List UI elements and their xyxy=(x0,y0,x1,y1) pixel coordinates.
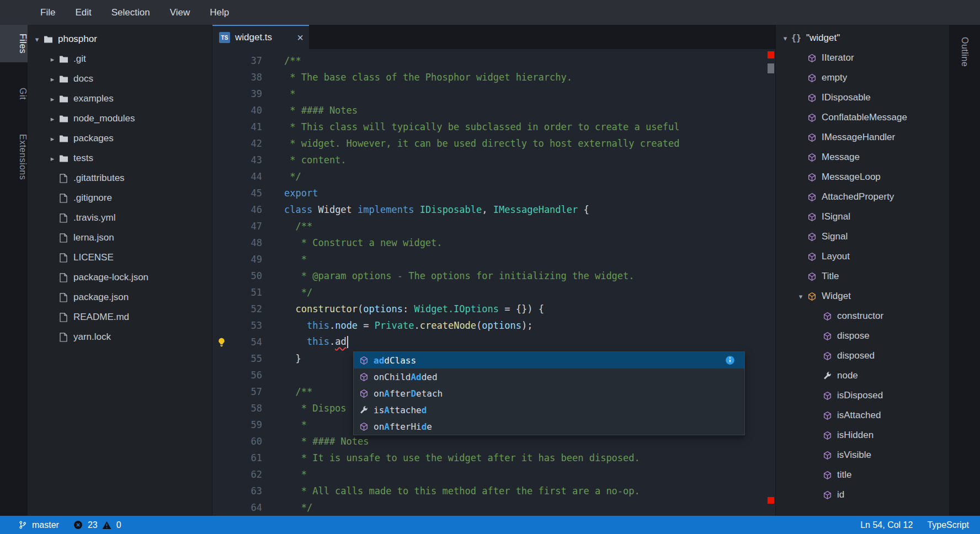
quick-fix-lightbulb-icon[interactable] xyxy=(215,338,227,347)
folder-icon xyxy=(57,75,70,83)
outline-item-constructor[interactable]: constructor xyxy=(776,306,949,326)
code-text: * xyxy=(284,254,307,265)
outline-item-imessagehandler[interactable]: IMessageHandler xyxy=(776,127,949,147)
explorer-item-package-lock-json[interactable]: package-lock.json xyxy=(28,268,212,287)
git-branch-indicator[interactable]: master xyxy=(18,520,59,530)
outline-item-label: empty xyxy=(822,72,847,83)
code-text: class Widget implements IDisposable, IMe… xyxy=(284,204,589,215)
menu-item-selection[interactable]: Selection xyxy=(102,3,159,22)
explorer-item-packages[interactable]: ▸packages xyxy=(28,129,212,148)
explorer-item-lerna-json[interactable]: lerna.json xyxy=(28,228,212,248)
explorer-item-git[interactable]: ▸.git xyxy=(28,49,212,69)
line-number: 45 xyxy=(230,188,262,199)
outline-item-label: MessageLoop xyxy=(822,172,881,183)
chevron-down-icon[interactable]: ▾ xyxy=(780,34,790,42)
line-number: 49 xyxy=(230,254,262,265)
outline-item-title[interactable]: Title xyxy=(776,266,949,286)
outline-item-isignal[interactable]: ISignal xyxy=(776,207,949,227)
code-text: * Construct a new widget. xyxy=(284,237,443,248)
close-tab-icon[interactable]: × xyxy=(297,32,303,43)
outline-item-ishidden[interactable]: isHidden xyxy=(776,425,949,445)
outline-item-messageloop[interactable]: MessageLoop xyxy=(776,167,949,187)
outline-item-message[interactable]: Message xyxy=(776,147,949,167)
outline-item-id[interactable]: id xyxy=(776,485,949,505)
code-line-41: 41 * This class will typically be subcla… xyxy=(212,119,775,135)
chevron-right-icon[interactable]: ▸ xyxy=(47,55,57,63)
symbol-icon xyxy=(806,252,818,261)
chevron-right-icon[interactable]: ▸ xyxy=(47,75,57,83)
cursor-position[interactable]: Ln 54, Col 12 xyxy=(860,520,913,530)
outline-item-widget[interactable]: ▾{}"widget" xyxy=(776,28,949,48)
chevron-right-icon[interactable]: ▸ xyxy=(47,154,57,163)
outline-item-isdisposed[interactable]: isDisposed xyxy=(776,386,949,405)
explorer-item-yarn-lock[interactable]: yarn.lock xyxy=(28,327,212,347)
property-icon xyxy=(821,371,833,380)
suggestion-onchildadded[interactable]: onChildAdded xyxy=(354,369,744,385)
explorer-item-docs[interactable]: ▸docs xyxy=(28,69,212,89)
status-bar-left: master 23 0 xyxy=(18,520,121,530)
outline-item-layout[interactable]: Layout xyxy=(776,247,949,266)
outline-item-dispose[interactable]: dispose xyxy=(776,326,949,346)
explorer-item-examples[interactable]: ▸examples xyxy=(28,89,212,109)
explorer-item-gitignore[interactable]: .gitignore xyxy=(28,188,212,208)
explorer-item-readme-md[interactable]: README.md xyxy=(28,307,212,327)
chevron-right-icon[interactable]: ▸ xyxy=(47,95,57,103)
chevron-right-icon[interactable]: ▸ xyxy=(47,115,57,123)
chevron-right-icon[interactable]: ▸ xyxy=(47,135,57,143)
outline-item-empty[interactable]: empty xyxy=(776,68,949,88)
explorer-item-label: lerna.json xyxy=(73,232,114,243)
menu-item-help[interactable]: Help xyxy=(200,3,238,22)
menu-item-view[interactable]: View xyxy=(161,3,200,22)
code-text: * content. xyxy=(284,154,347,165)
menu-item-file[interactable]: File xyxy=(31,3,65,22)
outline-item-conflatablemessage[interactable]: ConflatableMessage xyxy=(776,108,949,127)
explorer-item-tests[interactable]: ▸tests xyxy=(28,148,212,168)
suggestion-info-icon[interactable] xyxy=(725,355,736,365)
outline-item-label: isAttached xyxy=(837,410,881,421)
explorer-item-travis-yml[interactable]: .travis.yml xyxy=(28,208,212,228)
outline-item-signal[interactable]: Signal xyxy=(776,227,949,247)
outline-item-isattached[interactable]: isAttached xyxy=(776,405,949,425)
explorer-item-gitattributes[interactable]: .gitattributes xyxy=(28,168,212,188)
code-text: * widget. However, it can be used direct… xyxy=(284,138,679,149)
activity-tab-files[interactable]: Files xyxy=(0,25,28,62)
outline-strip-tab[interactable]: Outline xyxy=(960,33,970,71)
chevron-down-icon[interactable]: ▾ xyxy=(32,35,42,44)
suggestion-label: onChildAdded xyxy=(374,372,438,382)
outline-item-label: isHidden xyxy=(837,430,874,441)
outline-item-widget[interactable]: ▾Widget xyxy=(776,286,949,306)
suggestion-addclass[interactable]: addClass xyxy=(354,352,744,369)
chevron-down-icon[interactable]: ▾ xyxy=(796,292,806,301)
explorer-item-label: yarn.lock xyxy=(73,332,111,343)
menu-item-edit[interactable]: Edit xyxy=(66,3,100,22)
outline-item-node[interactable]: node xyxy=(776,366,949,386)
symbol-icon xyxy=(806,153,818,162)
outline-item-label: Title xyxy=(822,271,839,282)
code-text: } xyxy=(284,353,301,364)
suggestion-onafterhide[interactable]: onAfterHide xyxy=(354,418,744,435)
explorer-item-phosphor[interactable]: ▾phosphor xyxy=(28,29,212,49)
language-mode[interactable]: TypeScript xyxy=(927,520,969,530)
explorer-item-license[interactable]: LICENSE xyxy=(28,248,212,268)
suggestion-onafterdetach[interactable]: onAfterDetach xyxy=(354,385,744,402)
suggestion-isattached[interactable]: isAttached xyxy=(354,402,744,418)
explorer-item-node-modules[interactable]: ▸node_modules xyxy=(28,109,212,129)
code-line-63: 63 * All calls made to this method after… xyxy=(212,483,775,499)
outline-item-disposed[interactable]: disposed xyxy=(776,346,949,366)
outline-item-label: ConflatableMessage xyxy=(822,112,907,123)
outline-item-label: "widget" xyxy=(806,33,840,44)
code-text: constructor(options: Widget.IOptions = {… xyxy=(284,303,544,314)
code-area[interactable]: 37/**38 * The base class of the Phosphor… xyxy=(212,49,775,516)
outline-item-isvisible[interactable]: isVisible xyxy=(776,445,949,465)
outline-item-idisposable[interactable]: IDisposable xyxy=(776,88,949,108)
outline-item-iiterator[interactable]: IIterator xyxy=(776,48,949,68)
problems-indicator[interactable]: 23 0 xyxy=(73,520,121,530)
activity-tab-git[interactable]: Git xyxy=(0,79,28,109)
outline-item-attachedproperty[interactable]: AttachedProperty xyxy=(776,187,949,207)
activity-tab-extensions[interactable]: Extensions xyxy=(0,125,28,189)
explorer-item-label: node_modules xyxy=(73,113,135,124)
explorer-item-package-json[interactable]: package.json xyxy=(28,287,212,307)
outline-item-label: disposed xyxy=(837,350,875,361)
tab-widget-ts[interactable]: TS widget.ts × xyxy=(212,25,309,49)
outline-item-title[interactable]: title xyxy=(776,465,949,485)
